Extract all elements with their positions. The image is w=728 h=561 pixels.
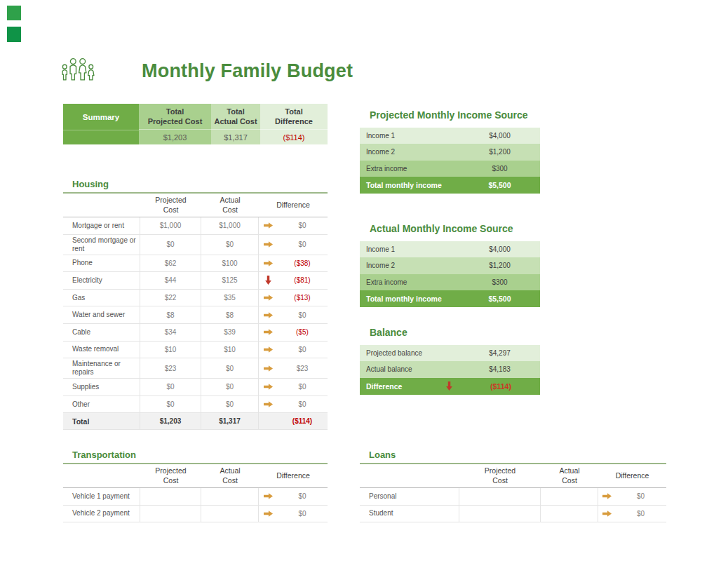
balance-section: Balance Projected balance $4,297 Actual …: [360, 327, 540, 395]
trend-arrow-icon: [602, 492, 612, 500]
trend-arrow-icon: [264, 328, 273, 336]
income-row: Extra income $300: [360, 274, 540, 290]
income-value[interactable]: $1,200: [459, 148, 540, 156]
projected-cost-cell[interactable]: [140, 488, 201, 505]
projected-cost-cell[interactable]: [459, 506, 541, 522]
table-row: Vehicle 1 payment $0: [63, 488, 328, 506]
difference-cell: $0: [277, 396, 328, 413]
actual-income-table: Income 1 $4,000 Income 2 $1,200 Extra in…: [360, 241, 540, 307]
balance-value: $4,297: [459, 349, 540, 357]
income-row: Income 2 $1,200: [360, 257, 540, 273]
difference-cell: ($13): [277, 290, 328, 306]
actual-cost-cell[interactable]: $8: [201, 306, 259, 323]
actual-cost-header: Actual Cost: [201, 464, 259, 487]
actual-cost-cell[interactable]: $0: [201, 396, 259, 413]
total-projected-cell: $1,203: [140, 413, 201, 429]
row-label: Electricity: [63, 272, 140, 289]
difference-cell: $23: [277, 358, 328, 378]
table-row: Water and sewer $8 $8 $0: [63, 306, 328, 324]
projected-cost-cell[interactable]: $23: [140, 358, 201, 378]
projected-cost-header: Projected Cost: [459, 464, 541, 487]
table-row: Student $0: [360, 506, 666, 523]
section-title-projected-income: Projected Monthly Income Source: [370, 109, 540, 121]
row-label: Personal: [360, 488, 459, 505]
trend-arrow-icon: [264, 346, 273, 353]
section-title-housing: Housing: [72, 179, 328, 190]
housing-section: Housing Projected Cost Actual Cost Diffe…: [63, 179, 328, 430]
projected-cost-cell[interactable]: $0: [140, 379, 201, 396]
actual-cost-cell[interactable]: [541, 506, 598, 522]
transportation-table-header: Projected Cost Actual Cost Difference: [63, 464, 328, 488]
difference-cell: $0: [277, 488, 328, 505]
balance-row: Projected balance $4,297: [360, 345, 540, 361]
difference-cell: $0: [277, 217, 328, 234]
income-total-value: $5,500: [459, 295, 540, 303]
projected-cost-cell[interactable]: $62: [140, 255, 201, 272]
actual-cost-cell[interactable]: $100: [201, 255, 259, 272]
table-row: Personal $0: [360, 488, 666, 506]
actual-cost-cell[interactable]: $0: [201, 358, 259, 378]
projected-cost-cell[interactable]: $10: [140, 342, 201, 358]
difference-cell: $0: [277, 235, 328, 255]
actual-cost-cell[interactable]: $0: [201, 235, 259, 255]
balance-difference-row: Difference ($114): [360, 378, 540, 396]
actual-cost-cell[interactable]: $10: [201, 342, 259, 358]
income-value[interactable]: $1,200: [459, 262, 540, 269]
actual-cost-cell[interactable]: $39: [201, 324, 259, 341]
actual-cost-cell[interactable]: [201, 506, 259, 522]
trend-arrow-icon: [264, 492, 273, 500]
actual-cost-cell[interactable]: $1,000: [201, 217, 259, 234]
projected-cost-cell[interactable]: $0: [140, 235, 201, 255]
actual-cost-cell[interactable]: $125: [201, 272, 259, 289]
trend-arrow-icon: [264, 294, 273, 302]
projected-cost-cell[interactable]: [459, 488, 541, 505]
income-value[interactable]: $300: [459, 278, 540, 286]
difference-cell: ($5): [277, 324, 328, 341]
total-difference-cell: ($114): [277, 413, 328, 429]
income-label: Extra income: [360, 165, 459, 173]
actual-cost-cell[interactable]: $35: [201, 290, 259, 306]
row-label: Other: [63, 396, 140, 413]
difference-header: Difference: [259, 194, 328, 217]
projected-cost-cell[interactable]: $8: [140, 306, 201, 323]
row-label: Phone: [63, 255, 140, 272]
total-actual-cost-value: $1,317: [211, 130, 260, 144]
projected-cost-cell[interactable]: [140, 506, 201, 522]
summary-table: Summary Total Projected Cost $1,203 Tota…: [63, 104, 328, 144]
difference-header: Difference: [598, 464, 666, 487]
income-value[interactable]: $4,000: [459, 245, 540, 253]
family-icon: [60, 58, 95, 85]
table-row: Vehicle 2 payment $0: [63, 506, 328, 523]
projected-cost-cell[interactable]: $0: [140, 396, 201, 413]
balance-difference-label: Difference: [360, 382, 436, 391]
summary-label-cell: Summary: [63, 104, 139, 144]
projected-cost-cell[interactable]: $1,000: [140, 217, 201, 234]
projected-income-section: Projected Monthly Income Source Income 1…: [360, 109, 540, 194]
actual-cost-cell[interactable]: [201, 488, 259, 505]
income-label: Income 2: [360, 148, 459, 156]
projected-cost-header: Projected Cost: [140, 194, 201, 217]
income-value[interactable]: $300: [459, 165, 540, 173]
total-projected-cost-value: $1,203: [139, 130, 211, 144]
difference-cell: ($38): [277, 255, 328, 272]
actual-cost-cell[interactable]: $0: [201, 379, 259, 396]
projected-cost-cell[interactable]: $44: [140, 272, 201, 289]
difference-cell: $0: [277, 506, 328, 522]
table-row: Other $0 $0 $0: [63, 396, 328, 414]
summary-col-header: Total Difference: [260, 104, 328, 130]
table-row: Waste removal $10 $10 $0: [63, 342, 328, 359]
actual-cost-header: Actual Cost: [201, 194, 259, 217]
row-label: Vehicle 1 payment: [63, 488, 140, 505]
actual-cost-cell[interactable]: [541, 488, 598, 505]
projected-cost-cell[interactable]: $34: [140, 324, 201, 341]
decorative-square-bottom: [7, 27, 21, 42]
income-value[interactable]: $4,000: [459, 132, 540, 140]
trend-arrow-icon: [445, 381, 453, 391]
table-row: Maintenance or repairs $23 $0 $23: [63, 358, 328, 379]
income-label: Extra income: [360, 278, 459, 286]
projected-cost-cell[interactable]: $22: [140, 290, 201, 306]
income-label: Income 1: [360, 132, 459, 140]
difference-cell: $0: [615, 488, 666, 505]
transportation-section: Transportation Projected Cost Actual Cos…: [63, 450, 328, 522]
difference-header: Difference: [259, 464, 328, 487]
